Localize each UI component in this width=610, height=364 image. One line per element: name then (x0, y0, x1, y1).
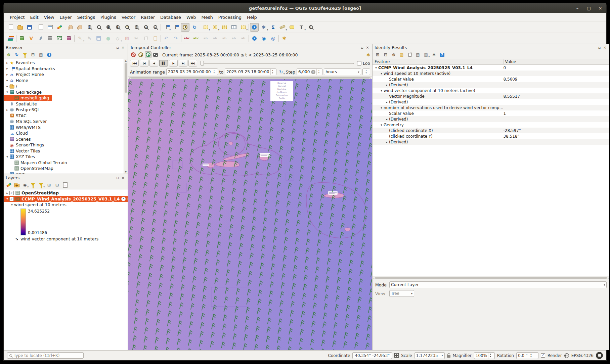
measure-button[interactable] (278, 23, 287, 32)
expand-arrow-icon[interactable]: ▾ (374, 66, 378, 70)
identify-row[interactable]: ▾ number of observations used to derive … (373, 105, 609, 110)
layer-visibility-checkbox[interactable] (9, 197, 14, 201)
play-forward-button[interactable]: ▶ (169, 60, 178, 66)
expand-arrow-icon[interactable]: ▸ (385, 100, 389, 104)
identify-row[interactable]: ▸ (Derived) (373, 99, 609, 105)
zoom-full-extent-button[interactable]: ▣ (104, 23, 113, 32)
copy-feature-button[interactable] (406, 51, 413, 58)
range-start-input[interactable]: 2025-03-25 00:00:00 ▴▾ (166, 69, 218, 75)
layer-diagram-button[interactable]: abc (192, 34, 201, 43)
collapse-all-button[interactable]: ⊟ (54, 182, 60, 188)
skip-to-end-button[interactable]: ▶▶| (188, 60, 197, 66)
metasearch-button[interactable]: i (250, 34, 259, 43)
menu-item[interactable]: View (41, 14, 57, 21)
browser-item-postgresql[interactable]: ▸ PostgreSQL (4, 107, 42, 113)
copy-features-button[interactable] (141, 34, 150, 43)
identify-help-button[interactable]: ? (439, 51, 445, 58)
zoom-next-button[interactable]: ▸ (151, 23, 160, 32)
expand-arrow-icon[interactable]: ▾ (5, 90, 9, 94)
menu-item[interactable]: Project (7, 14, 27, 21)
run-feature-action-button[interactable]: ✱ (259, 23, 268, 32)
browser-item-wcs[interactable]: WCS (4, 172, 28, 174)
layer-group-wind-speed[interactable]: ▾ wind speed at 10 meters (4, 202, 69, 208)
expand-arrow-icon[interactable]: ▸ (385, 118, 389, 121)
add-selected-layers-button[interactable]: ⊕ (5, 51, 12, 58)
browser-item-spatial-bookmarks[interactable]: ▸ Spatial Bookmarks (4, 66, 58, 72)
map-canvas[interactable]: ReservaNaturalMarinhado MonteSubmarinoSe… (128, 79, 372, 350)
browser-item-sensorthings[interactable]: ◉ SensorThings (4, 142, 47, 148)
layer-group-wind-vector[interactable]: ↘ wind vector component at 10 meters (4, 236, 101, 242)
identify-row[interactable]: ▾ wind speed at 10 meters (active) (373, 71, 609, 76)
new-spatial-bookmark-button[interactable] (162, 23, 171, 32)
open-project-button[interactable] (16, 23, 25, 32)
search-layers-plugin-button[interactable]: ◎ (269, 34, 277, 43)
browser-item-xyz-tiles[interactable]: ▾ XYZ Tiles (4, 154, 38, 160)
change-label-button[interactable]: ab (239, 34, 248, 43)
set-to-full-range-button[interactable]: ↻ (278, 69, 285, 75)
plugin-circle-button[interactable]: ◉ (259, 34, 268, 43)
clear-step-icon[interactable]: × (311, 70, 315, 74)
scale-combo[interactable]: 1:1742235 ▾ (415, 352, 445, 359)
slider-handle[interactable] (201, 61, 204, 65)
new-virtual-layer-button[interactable] (46, 34, 54, 43)
temporal-close-button[interactable]: × (365, 45, 370, 50)
properties-widget-button[interactable]: ▤ (38, 51, 44, 58)
toggle-extents-display-icon[interactable] (394, 353, 399, 358)
statistical-summary-button[interactable]: Σ (269, 23, 277, 32)
layer-item-ccmp-wind-analysis[interactable]: ▾ CCMP_Wind_Analysis_20250325_V03.1_L4 ? (4, 196, 128, 202)
scale-lock-icon[interactable] (447, 355, 450, 358)
menu-item[interactable]: Processing (216, 14, 244, 21)
browser-item-project-home[interactable]: ▸ ⌂ Project Home (4, 72, 47, 78)
layer-item-openstreetmap[interactable]: ▸ OpenStreetMap (4, 190, 61, 196)
expand-arrow-icon[interactable]: ▾ (379, 72, 384, 75)
identify-mode-dropdown-button[interactable]: ▥ (423, 51, 429, 58)
text-annotation-button[interactable]: T (297, 23, 306, 32)
expand-arrow-icon[interactable]: ▸ (5, 108, 9, 111)
refresh-map-button[interactable]: ↻ (190, 23, 199, 32)
menu-item[interactable]: Raster (138, 14, 158, 21)
layers-close-button[interactable]: × (120, 175, 126, 180)
scroll-down-icon[interactable]: ▼ (125, 170, 127, 174)
new-print-layout-button[interactable] (36, 23, 45, 32)
filter-by-expression-button[interactable] (38, 182, 44, 188)
animated-navigation-button[interactable] (145, 51, 151, 58)
feature-column-header[interactable]: Feature (373, 59, 503, 64)
identify-row[interactable]: ▸ (Derived) (373, 82, 609, 88)
spin-buttons[interactable]: ▴▾ (364, 69, 368, 75)
export-animation-button[interactable] (152, 51, 159, 58)
processing-toolbox-button[interactable]: ✱ (280, 34, 289, 43)
identify-row[interactable]: (clicked coordinate X) -28,597° (373, 128, 609, 133)
spin-buttons[interactable]: ▴▾ (270, 69, 275, 75)
open-layer-styling-button[interactable] (5, 182, 12, 188)
new-geopackage-layer-button[interactable] (17, 34, 26, 43)
cut-features-button[interactable]: ✂ (132, 34, 141, 43)
coordinate-label[interactable]: Coordinate (328, 353, 350, 358)
identify-row[interactable]: (clicked coordinate Y) 38,518° (373, 133, 609, 139)
new-scratch-layer-button[interactable] (64, 34, 73, 43)
step-back-button[interactable]: |◀ (140, 60, 148, 66)
menu-item[interactable]: Mesh (199, 14, 215, 21)
collapse-tree-button[interactable]: ⊟ (382, 51, 389, 58)
identify-row[interactable]: Scalar Value 8,5609 (373, 76, 609, 82)
browser-item-favorites[interactable]: ▸ ★ Favorites (4, 60, 37, 66)
current-edits-button[interactable]: ✎ (76, 34, 84, 43)
open-attribute-table-button[interactable] (229, 23, 238, 32)
menu-item[interactable]: Web (184, 14, 199, 21)
menu-item[interactable]: Help (244, 14, 260, 21)
new-project-button[interactable] (6, 23, 15, 32)
browser-scrollbar[interactable]: ▲ ▼ (124, 59, 128, 174)
browser-item-cloud[interactable]: ☁ Cloud (4, 130, 31, 136)
deselect-features-button[interactable]: × (220, 23, 229, 32)
scroll-left-icon[interactable]: ◂ (129, 77, 130, 79)
identify-hscrollbar[interactable]: ◂ ▸ (373, 276, 609, 279)
delete-selected-button[interactable]: ⊠ (123, 34, 131, 43)
layers-float-button[interactable]: ▫ (115, 175, 120, 180)
crs-warning-indicator-icon[interactable]: ? (127, 197, 128, 201)
expand-arrow-icon[interactable]: ▾ (379, 89, 384, 92)
rotation-input[interactable]: 0,0 ° ▴▾ (516, 352, 538, 359)
step-input[interactable]: 6,000 × ▴▾ (297, 69, 322, 75)
new-mesh-layer-button[interactable] (55, 34, 64, 43)
slider-track[interactable] (201, 63, 354, 64)
identify-row[interactable]: ▸ (Derived) (373, 139, 609, 145)
menu-item[interactable]: Vector (119, 14, 138, 21)
